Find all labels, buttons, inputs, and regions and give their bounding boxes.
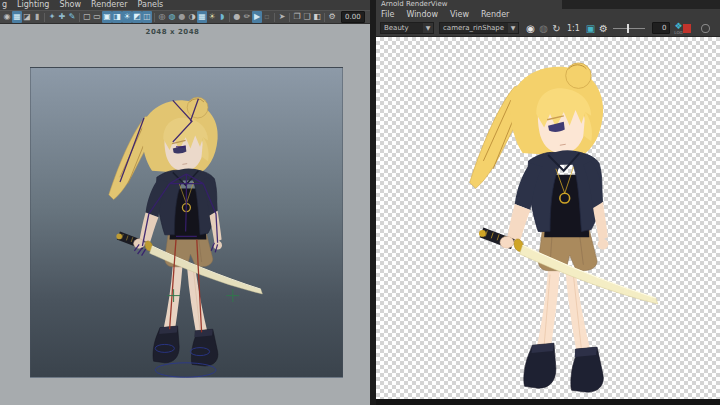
chevron-down-icon: ▼ [508, 23, 518, 33]
flat-shade-icon[interactable]: ▭ [92, 11, 102, 23]
select-camera-icon[interactable]: ◉ [2, 11, 12, 23]
arnold-window-title: Arnold RenderView [376, 0, 562, 9]
snap-view-icon[interactable]: ◧ [312, 11, 322, 23]
slider-handle[interactable] [627, 24, 629, 33]
textured-icon[interactable]: ◨ [112, 11, 122, 23]
screenshot-root: gLightingShowRendererPanels ◉▦◪▮✦✚✎▢▭▣◨☀… [0, 0, 720, 405]
menu-item-lighting[interactable]: Lighting [17, 0, 49, 10]
grease-pencil-icon[interactable]: ✎ [67, 11, 77, 23]
resolution-gate-label: 2048 x 2048 [0, 28, 345, 36]
arnold-titlebar[interactable]: Arnold RenderView [376, 0, 720, 9]
slider-track [613, 28, 645, 29]
view-icons-container: ▣⚙ [584, 22, 610, 35]
log-button[interactable]: ❖ LOG [674, 22, 682, 35]
aov-dropdown-value: Beauty [381, 23, 423, 33]
arnold-toolbar: Beauty ▼ camera_rinShape ▼ ◉◍↻ 1:1 ▣⚙ 0 … [376, 20, 720, 37]
exposure-slider[interactable] [613, 22, 645, 35]
xray-icon[interactable]: ◍ [167, 11, 177, 23]
isolate-select-icon[interactable]: ◎ [157, 11, 167, 23]
menu-item-panels[interactable]: Panels [138, 0, 164, 10]
copy-icon[interactable]: ❐ [292, 11, 302, 23]
dim-box-icon[interactable]: ▫ [262, 11, 272, 23]
arrow-tool-icon[interactable]: ➤ [277, 11, 287, 23]
paint-icon[interactable]: ◗ [217, 11, 227, 23]
menu-item-render[interactable]: Render [481, 10, 509, 20]
smooth-shade-icon[interactable]: ▣ [102, 11, 112, 23]
menu-item-renderer[interactable]: Renderer [91, 0, 128, 10]
pan-zoom-icon[interactable]: ✚ [57, 11, 67, 23]
material-sphere-icon[interactable]: ● [177, 11, 187, 23]
toolbar-separator [154, 13, 155, 22]
exposure-value-field[interactable]: 0 [652, 22, 670, 34]
maya-viewport-panel: gLightingShowRendererPanels ◉▦◪▮✦✚✎▢▭▣◨☀… [0, 0, 370, 405]
wire-on-shaded-icon[interactable]: ◑ [187, 11, 197, 23]
bulb-icon[interactable]: ☀ [207, 11, 217, 23]
start-ipr-icon[interactable]: ◉ [524, 22, 537, 35]
rendered-character [376, 37, 720, 399]
menu-item-g[interactable]: g [2, 0, 7, 10]
camera-attributes-icon[interactable]: ◪ [22, 11, 32, 23]
camera-dropdown-value: camera_rinShape [440, 23, 508, 33]
menu-item-show[interactable]: Show [59, 0, 81, 10]
menu-item-window[interactable]: Window [406, 10, 438, 20]
ao-icon[interactable]: ◫ [142, 11, 152, 23]
render-status-spinner-icon [701, 24, 710, 33]
aov-dropdown[interactable]: Beauty ▼ [380, 22, 434, 34]
arnold-bottom-bar [376, 399, 720, 405]
camera-resolution-gate-region[interactable] [30, 67, 343, 378]
viewport-character [31, 68, 344, 379]
maya-panel-menubar: gLightingShowRendererPanels [0, 0, 370, 10]
duplicate-icon[interactable]: ❑ [302, 11, 312, 23]
maya-viewport-canvas[interactable]: 2048 x 2048 [0, 25, 370, 405]
menu-item-view[interactable]: View [450, 10, 469, 20]
maya-viewport-toolbar: ◉▦◪▮✦✚✎▢▭▣◨☀◩◫◎◍●◑▦☀◗●✏▶▫➤❐❑◧⚙ 0.00 [0, 10, 370, 24]
toolbar-separator [324, 13, 325, 22]
render-icons-container: ◉◍↻ [524, 22, 563, 35]
image-plane-icon[interactable]: ✦ [47, 11, 57, 23]
toolbar-separator [289, 13, 290, 22]
lights-icon[interactable]: ☀ [122, 11, 132, 23]
arnold-renderview-window: Arnold RenderView FileWindowViewRender B… [376, 0, 720, 405]
render-view-canvas[interactable] [376, 37, 720, 399]
checker-icon[interactable]: ▦ [197, 11, 207, 23]
toolbar-icons-container: ◉▦◪▮✦✚✎▢▭▣◨☀◩◫◎◍●◑▦☀◗●✏▶▫➤❐❑◧⚙ [2, 11, 337, 23]
log-label: LOG [674, 31, 682, 35]
menu-item-file[interactable]: File [381, 10, 394, 20]
pencil-icon[interactable]: ✏ [242, 11, 252, 23]
zoom-1-1-button[interactable]: 1:1 [567, 24, 580, 33]
bookmark-icon[interactable]: ▮ [32, 11, 42, 23]
region-render-icon[interactable]: ▣ [584, 22, 597, 35]
refresh-render-icon[interactable]: ↻ [550, 22, 563, 35]
shadows-icon[interactable]: ◩ [132, 11, 142, 23]
toolbar-separator [79, 13, 80, 22]
viewport-value-field[interactable]: 0.00 [341, 11, 365, 23]
stop-render-button[interactable] [683, 24, 692, 33]
active-shade-icon[interactable]: ▶ [252, 11, 262, 23]
display-settings-gear-icon[interactable]: ⚙ [597, 22, 610, 35]
gear-icon[interactable]: ⚙ [327, 11, 337, 23]
wireframe-icon[interactable]: ▢ [82, 11, 92, 23]
lock-camera-icon[interactable]: ▦ [12, 11, 22, 23]
toolbar-separator [274, 13, 275, 22]
shaded-sphere-icon[interactable]: ● [232, 11, 242, 23]
arnold-menubar: FileWindowViewRender [376, 9, 720, 20]
toolbar-separator [44, 13, 45, 22]
snapshot-icon[interactable]: ◍ [537, 22, 550, 35]
chevron-down-icon: ▼ [423, 23, 433, 33]
camera-dropdown[interactable]: camera_rinShape ▼ [439, 22, 519, 34]
toolbar-separator [229, 13, 230, 22]
